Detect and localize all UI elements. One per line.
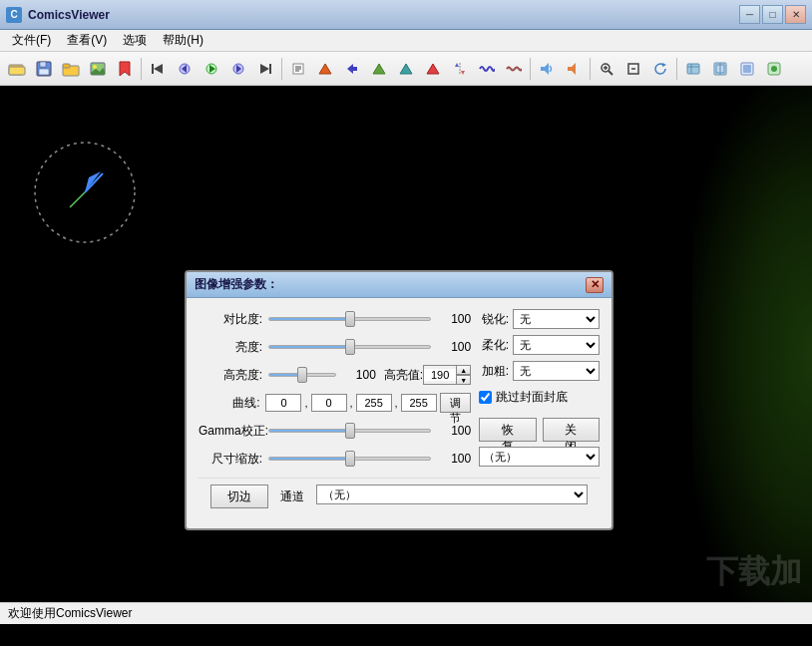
tb-refresh[interactable] [647,56,673,82]
menu-bar: 文件(F) 查看(V) 选项 帮助(H) [0,30,812,52]
tb-last[interactable] [252,56,278,82]
soften-select[interactable]: 无 [513,335,600,355]
status-text: 欢迎使用ComicsViewer [8,605,132,622]
curve-adjust-button[interactable]: 调节 [440,393,472,413]
tb-save[interactable] [31,56,57,82]
tb-open[interactable] [4,56,30,82]
svg-marker-31 [461,71,465,75]
skip-cover-row: 跳过封面封底 [479,386,600,408]
curve-comma-3: , [395,397,398,409]
close-button[interactable]: 关闭 [543,418,600,442]
menu-file[interactable]: 文件(F) [4,30,59,51]
maximize-button[interactable]: □ [762,5,783,24]
tb-wave2[interactable] [501,56,527,82]
curve-input-4[interactable] [401,394,437,412]
svg-marker-24 [319,64,331,74]
highlight-max-spinner[interactable]: ▲ ▼ [423,365,471,385]
tb-speaker[interactable] [534,56,560,82]
gamma-slider-container [268,423,431,439]
tb-arrow-left[interactable] [339,56,365,82]
tb-play[interactable] [199,56,224,82]
scale-label: 尺寸缩放: [199,451,268,468]
tb-sep-4 [590,58,591,80]
contrast-value: 100 [435,312,471,326]
dialog-left-panel: 对比度: 100 亮度: [199,308,471,476]
tb-prev[interactable] [172,56,198,82]
tb-triangle2[interactable] [366,56,392,82]
dialog-bottom-bar: 切边 通道 （无） [199,478,600,518]
tb-next[interactable] [225,56,251,82]
clock-compass [28,136,143,250]
highlight-slider-container [268,367,336,383]
svg-marker-28 [427,64,439,74]
brightness-row: 亮度: 100 [199,336,471,358]
tb-sep-2 [281,58,282,80]
brightness-track [268,345,431,349]
spinner-up[interactable]: ▲ [456,366,470,375]
gamma-track [268,429,431,433]
boost-select[interactable]: 无 [513,361,600,381]
tb-mirror[interactable] [447,56,473,82]
tb-settings3[interactable] [734,56,760,82]
window-buttons: ─ □ ✕ [739,5,806,24]
scale-slider-container [268,451,431,467]
menu-help[interactable]: 帮助(H) [155,30,211,51]
curve-label: 曲线: [199,395,265,412]
channel-none-row: （无） [479,446,600,468]
svg-rect-6 [63,64,70,68]
tb-speaker2[interactable] [561,56,587,82]
tb-settings1[interactable] [680,56,706,82]
tb-zoom-fit[interactable] [620,56,646,82]
svg-marker-34 [568,63,576,75]
channel-select[interactable]: （无） [316,484,588,504]
tb-triangle3[interactable] [393,56,419,82]
title-bar: C ComicsViewer ─ □ ✕ [0,0,812,30]
svg-marker-9 [120,62,130,76]
svg-rect-3 [40,62,46,67]
action-buttons-row: 恢复 关闭 [479,418,600,442]
tb-image[interactable] [85,56,111,82]
svg-marker-27 [400,64,412,74]
highlight-max-input[interactable] [424,369,456,381]
minimize-button[interactable]: ─ [739,5,760,24]
none-select-1[interactable]: （无） [479,447,600,467]
trim-button[interactable]: 切边 [210,484,268,508]
tb-triangle1[interactable] [312,56,338,82]
window-close-button[interactable]: ✕ [785,5,806,24]
menu-options[interactable]: 选项 [115,30,155,51]
app-icon: C [6,7,22,23]
svg-rect-49 [743,65,751,73]
contrast-row: 对比度: 100 [199,308,471,330]
tb-settings4[interactable] [761,56,787,82]
tb-sep-3 [530,58,531,80]
svg-rect-1 [9,67,25,75]
tb-triangle4[interactable] [420,56,446,82]
tb-edit[interactable] [285,56,311,82]
sharpen-label: 锐化: [479,311,509,328]
tb-wave[interactable] [474,56,500,82]
dialog-body: 对比度: 100 亮度: [187,298,611,528]
spinner-down[interactable]: ▼ [456,375,470,384]
sharpen-row: 锐化: 无 [479,308,600,330]
tb-zoom-in[interactable] [594,56,619,82]
status-bar: 欢迎使用ComicsViewer [0,602,812,624]
dialog-close-button[interactable]: ✕ [586,277,604,293]
contrast-label: 对比度: [199,311,268,328]
tb-bookmark[interactable] [112,56,138,82]
tb-folder[interactable] [58,56,84,82]
tb-settings2[interactable] [707,56,733,82]
brightness-slider-container [268,339,431,355]
curve-input-3[interactable] [356,394,392,412]
curve-input-2[interactable] [311,394,347,412]
brightness-label: 亮度: [199,339,268,356]
background-nature [692,86,812,624]
curve-input-1[interactable] [265,394,301,412]
boost-label: 加粗: [479,363,509,380]
skip-cover-checkbox[interactable] [479,391,492,404]
restore-button[interactable]: 恢复 [479,418,536,442]
sharpen-select[interactable]: 无 [513,309,600,329]
highlight-track [268,373,336,377]
menu-view[interactable]: 查看(V) [59,30,115,51]
tb-first[interactable] [145,56,171,82]
skip-cover-label: 跳过封面封底 [496,389,568,406]
